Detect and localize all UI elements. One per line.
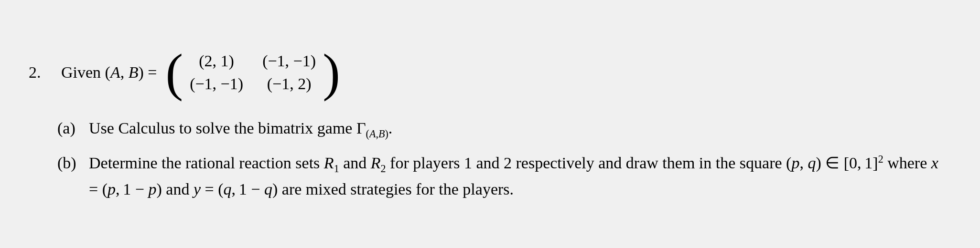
problem-line: 2. Given (A, B) = ( (2, 1) (−1, −1) (−1,… bbox=[29, 46, 951, 99]
matrix-wrapper: ( (2, 1) (−1, −1) (−1, −1) (−1, 2) ) bbox=[163, 46, 342, 99]
equation: Given (A, B) = ( (2, 1) (−1, −1) (−1, −1… bbox=[61, 46, 342, 99]
matrix-cell-r0c1: (−1, −1) bbox=[262, 52, 316, 70]
matrix-cell-r1c0: (−1, −1) bbox=[190, 75, 243, 93]
part-b-label: (b) bbox=[57, 151, 81, 175]
page-content: 2. Given (A, B) = ( (2, 1) (−1, −1) (−1,… bbox=[29, 46, 951, 202]
problem-number: 2. bbox=[29, 63, 53, 82]
matrix-cell-r1c1: (−1, 2) bbox=[262, 75, 316, 93]
part-a-label: (a) bbox=[57, 116, 81, 140]
parts: (a) Use Calculus to solve the bimatrix g… bbox=[29, 116, 951, 202]
left-paren: ( bbox=[165, 46, 183, 99]
matrix-cell-r0c0: (2, 1) bbox=[190, 52, 243, 70]
part-a: (a) Use Calculus to solve the bimatrix g… bbox=[57, 116, 951, 142]
right-paren: ) bbox=[323, 46, 340, 99]
part-b-text: Determine the rational reaction sets R1 … bbox=[89, 151, 951, 202]
equation-label: Given (A, B) = bbox=[61, 63, 157, 82]
part-a-text: Use Calculus to solve the bimatrix game … bbox=[89, 116, 951, 142]
part-b: (b) Determine the rational reaction sets… bbox=[57, 151, 951, 202]
matrix: (2, 1) (−1, −1) (−1, −1) (−1, 2) bbox=[185, 49, 321, 96]
